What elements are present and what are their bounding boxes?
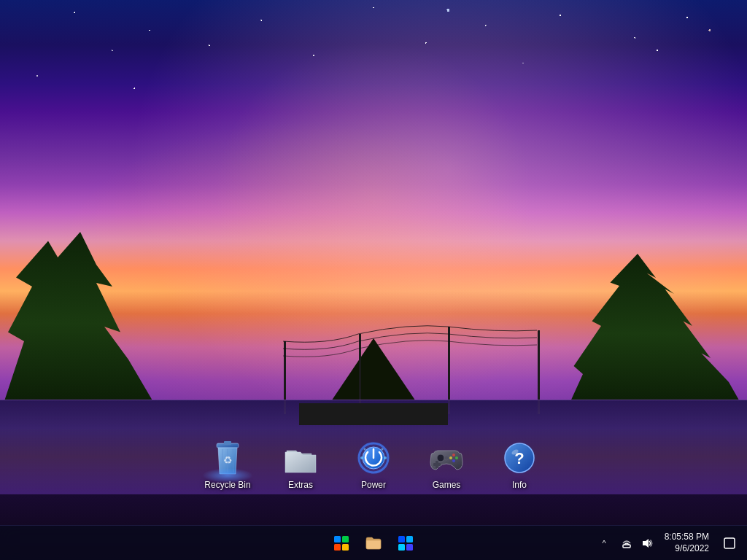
svg-point-16 <box>452 459 455 462</box>
road-bridge <box>299 403 449 425</box>
notification-button[interactable] <box>718 532 741 555</box>
svg-point-12 <box>382 448 384 450</box>
games-icon <box>427 439 465 477</box>
recycle-bin-icon: ♻ <box>209 439 247 477</box>
power-label: Power <box>361 480 386 490</box>
desktop-icons-container: ♻ Recycle Bin <box>195 435 552 494</box>
taskbar: ^ 8:05:58 PM 9/6 <box>0 525 747 560</box>
network-icon <box>621 537 632 549</box>
svg-point-13 <box>437 454 444 462</box>
icon-info[interactable]: ? Info <box>487 435 552 494</box>
info-label: Info <box>512 480 527 490</box>
clock-time: 8:05:58 PM <box>665 532 709 543</box>
svg-rect-1 <box>224 441 231 445</box>
svg-rect-32 <box>406 544 413 551</box>
clock[interactable]: 8:05:58 PM 9/6/2022 <box>659 530 715 556</box>
svg-point-11 <box>364 448 366 450</box>
games-label: Games <box>433 480 461 490</box>
svg-point-14 <box>452 454 455 456</box>
svg-rect-35 <box>724 538 735 548</box>
icon-power[interactable]: Power <box>341 435 406 494</box>
svg-rect-31 <box>398 544 405 551</box>
notification-icon <box>724 537 735 549</box>
svg-point-17 <box>449 456 452 459</box>
svg-rect-27 <box>334 544 341 551</box>
power-lines-svg <box>0 305 747 414</box>
svg-point-9 <box>360 456 363 459</box>
extras-label: Extras <box>288 480 313 490</box>
taskbar-center <box>327 529 420 558</box>
file-explorer-button[interactable] <box>359 529 388 558</box>
tray-chevron-icon: ^ <box>599 536 608 551</box>
store-button[interactable] <box>391 529 420 558</box>
taskbar-right: ^ 8:05:58 PM 9/6 <box>593 530 747 556</box>
volume-icon <box>641 537 653 549</box>
desktop: ♻ Recycle Bin <box>0 0 747 560</box>
extras-icon <box>282 439 320 477</box>
svg-point-10 <box>384 456 387 459</box>
svg-rect-33 <box>623 545 630 548</box>
start-button[interactable] <box>327 529 356 558</box>
stars-overlay <box>0 0 747 252</box>
svg-marker-34 <box>643 539 649 548</box>
svg-rect-25 <box>334 536 341 542</box>
svg-rect-19 <box>433 463 441 466</box>
power-icon <box>355 439 392 477</box>
clock-date: 9/6/2022 <box>675 543 709 555</box>
volume-tray-icon[interactable] <box>638 537 656 549</box>
system-tray-overflow[interactable]: ^ <box>593 533 614 553</box>
svg-point-15 <box>455 456 458 459</box>
icon-games[interactable]: Games <box>414 435 479 494</box>
svg-text:♻: ♻ <box>223 454 233 466</box>
svg-point-20 <box>444 456 449 460</box>
network-tray-icon[interactable] <box>618 537 635 549</box>
info-icon: ? <box>500 439 538 477</box>
svg-rect-30 <box>406 536 413 542</box>
icon-recycle-bin[interactable]: ♻ Recycle Bin <box>195 435 260 494</box>
svg-rect-28 <box>342 544 349 551</box>
svg-rect-26 <box>342 536 349 542</box>
svg-rect-29 <box>398 536 405 542</box>
icon-extras[interactable]: Extras <box>268 435 333 494</box>
